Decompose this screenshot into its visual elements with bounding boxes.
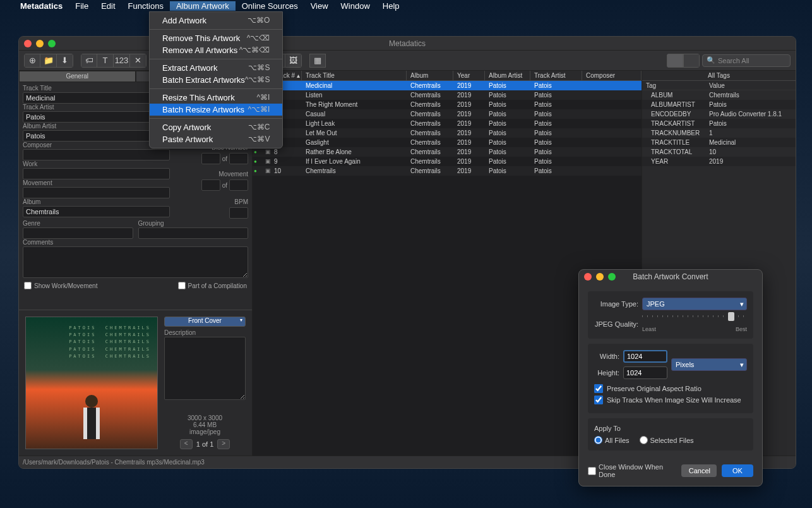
menubar-album-artwork[interactable]: Album Artwork [170, 1, 236, 11]
menu-item-resize-this-artwork[interactable]: Resize This Artwork^⌘I [150, 92, 282, 104]
bpm-input[interactable] [229, 207, 248, 219]
genre-input[interactable] [23, 227, 133, 239]
album-input[interactable] [23, 206, 170, 217]
cancel-button[interactable]: Cancel [681, 464, 717, 477]
quality-slider[interactable] [642, 315, 747, 317]
person-icon [76, 392, 107, 442]
tag-row[interactable]: ALBUMARTISTPatois [642, 100, 796, 109]
show-work-checkbox[interactable]: Show Work/Movement [24, 282, 97, 289]
prev-artwork-button[interactable]: < [180, 439, 193, 449]
menu-item-batch-extract-artworks[interactable]: Batch Extract Artworks^⌥⌘S [150, 74, 282, 86]
track-row[interactable]: ●▣4CasualChemtrails2019PatoisPatois [253, 109, 642, 119]
track-row[interactable]: ●▣7GaslightChemtrails2019PatoisPatois [253, 138, 642, 147]
image-type-select[interactable]: JPEG [642, 298, 747, 310]
panel-right-icon[interactable] [683, 54, 700, 68]
tags-header-value[interactable]: Value [705, 81, 796, 90]
add-folder-icon[interactable]: 📁 [40, 54, 57, 68]
album-artist-input[interactable] [23, 130, 170, 142]
slider-thumb-icon[interactable] [728, 312, 734, 321]
track-row[interactable]: ●▣2ListenChemtrails2019PatoisPatois [253, 90, 642, 100]
th-year[interactable]: Year [453, 71, 485, 80]
tag-row[interactable]: TRACKTOTAL10 [642, 147, 796, 157]
ok-button[interactable]: OK [722, 464, 753, 477]
units-select[interactable]: Pixels [671, 358, 747, 371]
tag-row[interactable]: TRACKTITLEMedicinal [642, 138, 796, 147]
search-input[interactable]: 🔍 Search All [702, 54, 791, 67]
selected-files-radio[interactable]: Selected Files [640, 436, 694, 444]
tag-row[interactable]: YEAR2019 [642, 157, 796, 166]
tag-row[interactable]: TRACKARTISTPatois [642, 119, 796, 128]
album-artwork-menu: Add Artwork⌥⌘ORemove This Artwork^⌥⌫Remo… [149, 11, 283, 148]
th-track-artist[interactable]: Track Artist [530, 71, 582, 80]
add-file-icon[interactable]: ⊕ [24, 54, 40, 68]
track-row[interactable]: ●▣1MedicinalChemtrails2019PatoisPatois [253, 81, 642, 90]
disc-num-input[interactable] [201, 153, 220, 164]
menu-item-extract-artwork[interactable]: Extract Artwork⌥⌘S [150, 62, 282, 74]
track-title-input[interactable] [23, 92, 170, 104]
movement-total-input[interactable] [229, 179, 248, 191]
close-icon[interactable] [24, 40, 32, 47]
composer-input[interactable] [23, 149, 170, 160]
track-row[interactable]: ●▣9If I Ever Love AgainChemtrails2019Pat… [253, 157, 642, 166]
artwork-description-input[interactable] [164, 337, 246, 400]
menubar-app[interactable]: Metadatics [14, 1, 69, 11]
menu-item-add-artwork[interactable]: Add Artwork⌥⌘O [150, 15, 282, 27]
track-row[interactable]: ●▣5Light LeakChemtrails2019PatoisPatois [253, 119, 642, 128]
menubar-edit[interactable]: Edit [95, 1, 121, 11]
tag-row[interactable]: ALBUMChemtrails [642, 90, 796, 100]
track-row[interactable]: ●▣6Let Me OutChemtrails2019PatoisPatois [253, 128, 642, 138]
all-files-radio[interactable]: All Files [594, 436, 630, 444]
movement-input[interactable] [23, 187, 170, 198]
height-input[interactable] [623, 366, 667, 379]
artwork-preview[interactable]: PATOIS CHEMTRAILSPATOIS CHEMTRAILSPATOIS… [25, 317, 158, 449]
menubar-online-sources[interactable]: Online Sources [236, 1, 304, 11]
menu-item-copy-artwork[interactable]: Copy Artwork⌥⌘C [150, 121, 282, 133]
menu-item-paste-artwork[interactable]: Paste Artwork⌥⌘V [150, 133, 282, 145]
number-icon[interactable]: 123 [114, 54, 130, 68]
tab-general[interactable]: General [19, 71, 136, 82]
menu-item-remove-this-artwork[interactable]: Remove This Artwork^⌥⌫ [150, 32, 282, 44]
tag-row[interactable]: ENCODEDBYPro Audio Converter 1.8.1 [642, 109, 796, 119]
tag-row[interactable]: TRACKNUMBER1 [642, 128, 796, 138]
grouping-input[interactable] [138, 227, 249, 239]
track-row[interactable]: ●▣3The Right MomentChemtrails2019PatoisP… [253, 100, 642, 109]
th-album[interactable]: Album [407, 71, 453, 80]
menubar-help[interactable]: Help [376, 1, 406, 11]
track-row[interactable]: ●▣10ChemtrailsChemtrails2019PatoisPatois [253, 166, 642, 176]
disc-total-input[interactable] [229, 153, 248, 164]
movement-num-input[interactable] [201, 179, 220, 191]
preserve-aspect-checkbox[interactable]: Preserve Original Aspect Ratio [594, 384, 747, 393]
th-album-artist[interactable]: Album Artist [485, 71, 530, 80]
th-title[interactable]: Track Title [302, 71, 407, 80]
tag-icon[interactable]: 🏷 [81, 54, 97, 68]
save-icon[interactable]: ⬇ [57, 54, 73, 68]
maximize-icon[interactable] [48, 40, 56, 47]
image-icon[interactable]: 🖼 [285, 54, 302, 68]
dialog-close-icon[interactable] [584, 273, 592, 281]
menubar-view[interactable]: View [304, 1, 335, 11]
menu-item-batch-resize-artworks[interactable]: Batch Resize Artworks^⌥⌘I [150, 104, 282, 116]
panel-left-icon[interactable] [667, 54, 683, 68]
dialog-min-icon[interactable] [596, 273, 604, 281]
track-row[interactable]: ●▣8Rather Be AloneChemtrails2019PatoisPa… [253, 147, 642, 157]
dialog-max-icon[interactable] [608, 273, 616, 281]
menubar-file[interactable]: File [69, 1, 95, 11]
artwork-type-select[interactable]: Front Cover [164, 317, 246, 327]
part-of-compilation-checkbox[interactable]: Part of a Compilation [178, 282, 247, 289]
minimize-icon[interactable] [36, 40, 44, 47]
tags-header-tag[interactable]: Tag [642, 81, 705, 90]
work-input[interactable] [23, 168, 170, 179]
menu-item-remove-all-artworks[interactable]: Remove All Artworks^⌥⌘⌫ [150, 44, 282, 56]
comments-input[interactable] [23, 246, 248, 278]
next-artwork-button[interactable]: > [217, 439, 230, 449]
width-input[interactable] [623, 350, 667, 363]
menubar-window[interactable]: Window [335, 1, 376, 11]
text-icon[interactable]: T [97, 54, 114, 68]
th-composer[interactable]: Composer [582, 71, 642, 80]
tools-icon[interactable]: ✕ [130, 54, 146, 68]
skip-increase-checkbox[interactable]: Skip Tracks When Image Size Will Increas… [594, 396, 747, 404]
lyrics-icon[interactable]: ▦ [309, 54, 326, 68]
track-artist-input[interactable] [23, 111, 170, 123]
menubar-functions[interactable]: Functions [122, 1, 170, 11]
close-when-done-checkbox[interactable]: Close Window When Done [588, 463, 676, 478]
